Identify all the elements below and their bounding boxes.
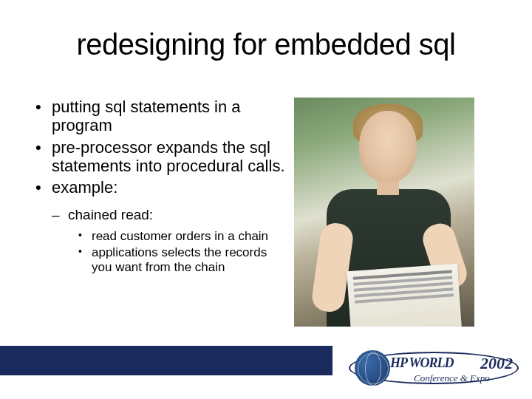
bullet-item: example: chained read: read customer ord… <box>34 178 285 275</box>
sub-bullet-item: chained read: read customer orders in a … <box>52 207 285 275</box>
bullet-item: pre-processor expands the sql statements… <box>34 138 285 176</box>
globe-icon <box>355 350 390 386</box>
bullet-text: putting sql statements in a program <box>52 98 241 134</box>
footer-bar <box>0 346 332 375</box>
slide: redesigning for embedded sql putting sql… <box>0 0 532 399</box>
subsub-bullet-list: read customer orders in a chain applicat… <box>68 229 285 275</box>
bullet-item: putting sql statements in a program <box>34 98 285 135</box>
logo-year: 2002 <box>480 354 513 373</box>
slide-title: redesigning for embedded sql <box>0 28 532 61</box>
photo-shape <box>359 111 417 182</box>
sub-bullet-list: chained read: read customer orders in a … <box>52 207 285 275</box>
logo-brand-text: HP WORLD <box>390 355 454 371</box>
photo-newspaper <box>347 264 462 327</box>
subsub-bullet-text: applications selects the records you wan… <box>92 245 267 274</box>
slide-body: putting sql statements in a program pre-… <box>34 98 285 279</box>
logo-prefix: HP <box>390 355 406 370</box>
subsub-bullet-item: applications selects the records you wan… <box>78 245 285 275</box>
logo-subtitle: Conference & Expo <box>414 372 490 384</box>
slide-photo <box>294 98 474 327</box>
subsub-bullet-item: read customer orders in a chain <box>78 229 285 244</box>
logo-word: WORLD <box>409 355 454 370</box>
subsub-bullet-text: read customer orders in a chain <box>92 229 268 243</box>
bullet-text: pre-processor expands the sql statements… <box>52 138 285 175</box>
hp-world-logo: HP WORLD 2002 Conference & Expo <box>349 347 519 389</box>
sub-bullet-text: chained read: <box>68 207 153 222</box>
bullet-text: example: <box>52 178 117 197</box>
bullet-list: putting sql statements in a program pre-… <box>34 98 285 275</box>
